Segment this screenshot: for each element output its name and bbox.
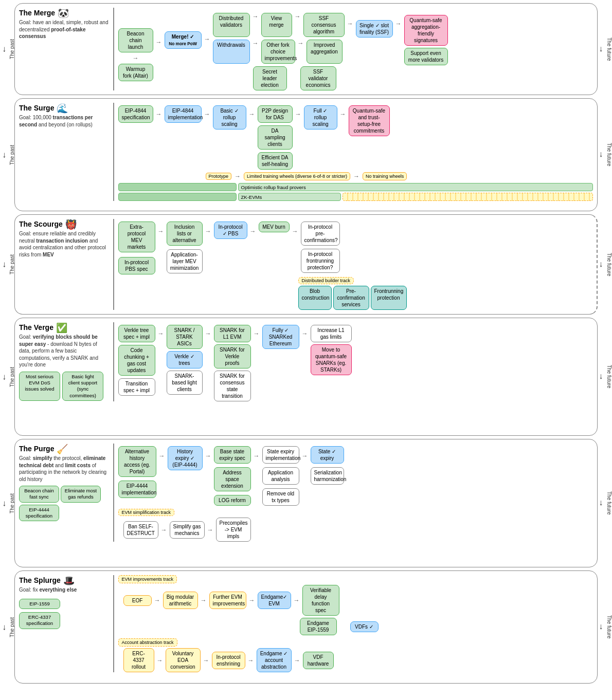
splurge-divider xyxy=(113,575,114,672)
node-base-state-expiry: Base state expiry spec xyxy=(214,446,251,464)
node-eip4844-spec: EIP-4844 specification xyxy=(118,105,153,123)
node-support-validators: Support even more validators xyxy=(404,48,448,65)
node-improved-aggregation: Improved aggregation xyxy=(307,40,343,64)
verge-emoji: ✅ xyxy=(56,322,67,334)
node-ssf: Single ✓ slot finality (SSF) xyxy=(356,20,393,38)
node-voluntary-eoa: Voluntary EOA conversion xyxy=(166,648,201,672)
node-app-layer-mev: Application-layer MEV minimization xyxy=(167,249,203,273)
node-full-rollup: Full ✓ rollup scaling xyxy=(304,105,337,130)
node-snark-verkle-proofs: SNARK for Verkle proofs xyxy=(214,344,251,369)
scourge-card: The Scourge 👹 Goal: ensure reliable and … xyxy=(14,214,598,315)
node-p2p-das: P2P design for DAS xyxy=(258,105,293,123)
merge-title-block: The Merge 🐼 Goal: have an ideal, simple,… xyxy=(19,8,109,40)
zkevms-bar-future xyxy=(343,193,593,201)
node-most-serious-evm-dos: Most serious EVM DoS issues solved xyxy=(19,372,60,401)
merge-left-label: ← The past xyxy=(0,39,14,59)
no-training-wheels: No training wheels xyxy=(363,172,407,180)
surge-right-label: The future → xyxy=(598,143,612,167)
surge-left-label: ← The past xyxy=(0,145,14,165)
node-quantum-safe-snarks: Move to quantum-safe SNARKs (eg. STARKs) xyxy=(311,344,352,375)
node-snark-consensus: SNARK for consensus state transition xyxy=(214,371,251,401)
node-ban-self-destruct: Ban SELF-DESTRUCT xyxy=(123,521,158,539)
node-preconfirmation-services: Pre-confirmation services xyxy=(333,286,369,310)
node-eip4444-impl: EIP-4444 implementation xyxy=(118,481,156,498)
node-serialization-harm: Serialization harmonization xyxy=(311,467,344,485)
merge-divider xyxy=(113,8,114,90)
node-verkle-trees: Verkle ✓ trees xyxy=(167,351,203,369)
splurge-title: The Splurge xyxy=(19,576,61,584)
purge-title-block: The Purge 🧹 Goal: simplify the protocol,… xyxy=(19,444,109,521)
node-quantum-safe-agg: Quantum-safe aggregation-friendly signat… xyxy=(404,15,448,46)
node-blob-construction: Blob construction xyxy=(298,286,332,310)
node-beacon-fast-sync: Beacon chain fast sync xyxy=(19,486,59,503)
node-ssf-consensus: SSF consensus algorithm xyxy=(303,13,345,37)
node-distributed-validators: Distributed validators xyxy=(213,13,250,37)
node-endgame-eip1559: Endgame EIP-1559 xyxy=(300,618,337,635)
node-erc4337-spec: ERC-4337 specification xyxy=(19,612,60,629)
node-simplify-gas: Simplify gas mechanics xyxy=(170,521,205,539)
node-address-space: Address space extension xyxy=(214,467,251,491)
splurge-right-label: The future → xyxy=(598,615,612,639)
node-snark-light-clients: SNARK-based light clients xyxy=(167,371,203,395)
node-merge: Merge! ✓No more PoW xyxy=(165,31,202,49)
distributed-builder-track: Distributed builder track xyxy=(298,277,354,284)
node-fully-snarked: Fully ✓ SNARKed Ethereum xyxy=(262,325,299,349)
scourge-flow: Extra-protocol MEV markets In-protocol P… xyxy=(118,219,593,310)
node-view-merge: View merge xyxy=(261,13,292,37)
verge-title: The Verge xyxy=(19,323,53,331)
purge-right-label: The future → xyxy=(598,491,612,515)
node-da-sampling: DA sampling clients xyxy=(258,125,293,150)
surge-card: The Surge 🌊 Goal: 100,000 transactions p… xyxy=(14,98,598,211)
node-in-protocol-pbs-spec: In-protocol PBS spec xyxy=(118,257,155,274)
node-remove-old-tx: Remove old tx types xyxy=(262,488,299,506)
scourge-divider xyxy=(113,219,114,310)
node-vdf-spec: Verifiable delay function spec xyxy=(302,585,339,616)
node-eliminate-gas-refunds: Eliminate most gas refunds xyxy=(61,486,101,503)
merge-card: The Merge 🐼 Goal: have an ideal, simple,… xyxy=(14,3,598,95)
verge-flow: Verkle tree spec + impl Code chunking + … xyxy=(118,322,593,401)
node-transition-spec: Transition spec + impl xyxy=(118,378,155,396)
node-state-expiry-impl: State expiry implementation xyxy=(262,446,299,464)
purge-divider xyxy=(113,444,114,542)
zkevms-bar-active: ZK-EVMs xyxy=(238,193,341,201)
splurge-section-wrapper: ← The past The Splurge 🎩 Goal: fix every… xyxy=(0,570,612,684)
roadmap-container: ← The past The Merge 🐼 Goal: have an ide… xyxy=(0,0,612,687)
node-snark-stark-asics: SNARK / STARK ASICs xyxy=(167,325,203,349)
verge-goal: Goal: verifying blocks should be super e… xyxy=(19,334,109,369)
splurge-flow: EVM improvements track EOF → Big modular… xyxy=(118,575,593,672)
optimistic-bar-done xyxy=(118,183,237,191)
splurge-card: The Splurge 🎩 Goal: fix everything else … xyxy=(14,570,598,684)
node-in-protocol-preconf: In-protocol pre-confirmations? xyxy=(301,222,340,246)
splurge-left-label: ← The past xyxy=(0,617,14,637)
node-state-expiry-final: State ✓ expiry xyxy=(311,446,344,464)
node-code-chunking: Code chunking + gas cost updates xyxy=(118,345,155,376)
node-erc4337-rollout: ERC-4337 rollout xyxy=(123,648,154,672)
node-basic-rollup: Basic ✓ rollup scaling xyxy=(213,105,246,130)
purge-flow: Alternative history access (eg. Portal) … xyxy=(118,444,593,542)
merge-section-wrapper: ← The past The Merge 🐼 Goal: have an ide… xyxy=(0,3,612,95)
node-other-fork-choice: Other fork choice improvements xyxy=(261,40,295,64)
account-abstraction-label: Account abstraction track xyxy=(118,638,177,647)
scourge-section-wrapper: ← The past The Scourge 👹 Goal: ensure re… xyxy=(0,214,612,315)
purge-title: The Purge xyxy=(19,445,54,453)
node-in-protocol-frontrun: In-protocol frontrunning protection? xyxy=(301,249,340,273)
purge-section-wrapper: ← The past The Purge 🧹 Goal: simplify th… xyxy=(0,439,612,567)
node-warmup-fork: Warmup fork (Altair) xyxy=(118,64,153,81)
purge-left-label: ← The past xyxy=(0,493,14,513)
node-endgame-account-abstraction: Endgame ✓ account abstraction xyxy=(257,648,292,672)
node-history-expiry: History expiry ✓ (EIP-4444) xyxy=(168,446,203,470)
node-extra-protocol-mev: Extra-protocol MEV markets xyxy=(118,222,155,252)
node-ssf-validator: SSF validator economics xyxy=(300,66,336,90)
evm-improvements-label: EVM improvements track xyxy=(118,575,177,583)
prototype-label: Prototype xyxy=(206,173,232,180)
scourge-title: The Scourge xyxy=(19,220,63,228)
purge-card: The Purge 🧹 Goal: simplify the protocol,… xyxy=(14,439,598,567)
scourge-emoji: 👹 xyxy=(65,219,77,230)
node-withdrawals: Withdrawals xyxy=(213,40,250,64)
surge-flow: EIP-4844 specification → EIP-4844 implem… xyxy=(118,103,593,201)
surge-goal: Goal: 100,000 transactions per second an… xyxy=(19,114,109,128)
verge-section-wrapper: ← The past The Verge ✅ Goal: verifying b… xyxy=(0,318,612,436)
node-vdfs: VDFs ✓ xyxy=(350,621,379,632)
node-eip4844-impl: EIP-4844 implementation xyxy=(165,105,202,123)
surge-section-wrapper: ← The past The Surge 🌊 Goal: 100,000 tra… xyxy=(0,98,612,211)
